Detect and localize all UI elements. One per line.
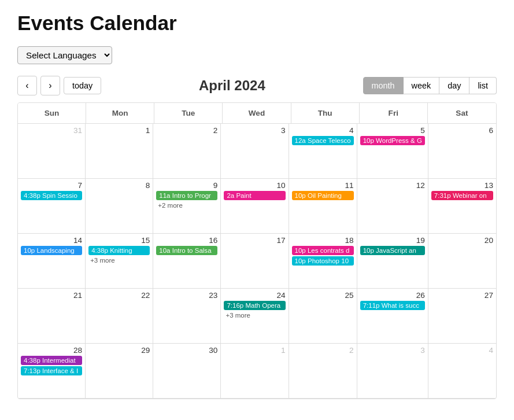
weekday-sun: Sun [18, 103, 86, 124]
table-row: 1110p Oil Painting [289, 179, 357, 234]
list-item[interactable]: 10p Photoshop 10 [292, 256, 354, 266]
list-item[interactable]: 10a Intro to Salsa [156, 246, 217, 255]
list-item[interactable]: 4:38p Knitting [88, 246, 150, 255]
list-item[interactable]: 7:13p Interface & I [21, 366, 82, 375]
day-number: 30 [156, 346, 217, 355]
day-number: 3 [360, 346, 425, 355]
day-number: 28 [21, 346, 82, 355]
view-day-button[interactable]: day [439, 77, 469, 94]
table-row: 247:16p Math Opera+3 more [221, 289, 289, 344]
month-title: April 2024 [199, 78, 265, 94]
day-number: 27 [431, 291, 493, 300]
table-row: 102a Paint [221, 179, 289, 234]
table-row: 17 [221, 234, 289, 289]
list-item[interactable]: 10p Oil Painting [292, 191, 354, 200]
table-row: 412a Space Telesco [289, 124, 357, 179]
table-row: 1610a Intro to Salsa [153, 234, 221, 289]
language-controls: Select Languages [17, 46, 497, 64]
list-item[interactable]: 10p JavaScript an [360, 246, 425, 255]
table-row: 510p WordPress & G [357, 124, 428, 179]
day-number: 26 [360, 291, 425, 300]
day-number: 5 [360, 126, 425, 135]
day-number: 23 [156, 291, 217, 300]
more-events-link[interactable]: +3 more [88, 256, 150, 264]
table-row: 1 [221, 344, 289, 399]
list-item[interactable]: 4:38p Spin Sessio [21, 191, 82, 200]
day-number: 8 [88, 181, 150, 190]
table-row: 137:31p Webinar on [428, 179, 496, 234]
day-number: 22 [88, 291, 150, 300]
calendar: Sun Mon Tue Wed Thu Fri Sat 31123412a Sp… [17, 102, 497, 399]
list-item[interactable]: 11a Intro to Progr [156, 191, 217, 200]
view-month-button[interactable]: month [363, 77, 404, 94]
table-row: 27 [428, 289, 496, 344]
table-row: 911a Intro to Progr+2 more [153, 179, 221, 234]
view-list-button[interactable]: list [469, 77, 497, 94]
more-events-link[interactable]: +2 more [156, 201, 217, 209]
view-week-button[interactable]: week [404, 77, 440, 94]
list-item[interactable]: 7:16p Math Opera [224, 301, 285, 310]
today-button[interactable]: today [64, 77, 101, 94]
day-number: 16 [156, 236, 217, 245]
list-item[interactable]: 12a Space Telesco [292, 136, 354, 145]
table-row: 267:11p What is succ [357, 289, 428, 344]
list-item[interactable]: 10p Landscaping [21, 246, 82, 255]
day-number: 4 [292, 126, 354, 135]
day-number: 7 [21, 181, 82, 190]
day-number: 9 [156, 181, 217, 190]
day-number: 2 [292, 346, 354, 355]
weekday-wed: Wed [223, 103, 291, 124]
day-number: 10 [224, 181, 285, 190]
day-number: 6 [431, 126, 493, 135]
weekday-fri: Fri [360, 103, 428, 124]
table-row: 2 [153, 124, 221, 179]
day-number: 12 [360, 181, 425, 190]
day-number: 17 [224, 236, 285, 245]
calendar-header: Sun Mon Tue Wed Thu Fri Sat [18, 103, 496, 124]
list-item[interactable]: 10p Les contrats d [292, 246, 354, 255]
day-number: 18 [292, 236, 354, 245]
list-item[interactable]: 10p WordPress & G [360, 136, 425, 145]
table-row: 29 [86, 344, 153, 399]
table-row: 8 [86, 179, 153, 234]
day-number: 14 [21, 236, 82, 245]
view-buttons: month week day list [363, 77, 497, 94]
table-row: 25 [289, 289, 357, 344]
table-row: 23 [153, 289, 221, 344]
list-item[interactable]: 7:31p Webinar on [431, 191, 493, 200]
day-number: 29 [88, 346, 150, 355]
day-number: 25 [292, 291, 354, 300]
table-row: 3 [357, 344, 428, 399]
table-row: 3 [221, 124, 289, 179]
day-number: 2 [156, 126, 217, 135]
day-number: 13 [431, 181, 493, 190]
weekday-thu: Thu [291, 103, 360, 124]
table-row: 1810p Les contrats d10p Photoshop 10 [289, 234, 357, 289]
day-number: 19 [360, 236, 425, 245]
table-row: 31 [18, 124, 86, 179]
table-row: 2 [289, 344, 357, 399]
day-number: 11 [292, 181, 354, 190]
table-row: 12 [357, 179, 428, 234]
table-row: 20 [428, 234, 496, 289]
more-events-link[interactable]: +3 more [224, 311, 285, 319]
list-item[interactable]: 4:38p Intermediat [21, 356, 82, 365]
weekday-tue: Tue [154, 103, 223, 124]
language-select[interactable]: Select Languages [17, 46, 112, 64]
table-row: 74:38p Spin Sessio [18, 179, 86, 234]
table-row: 154:38p Knitting+3 more [86, 234, 153, 289]
prev-button[interactable]: ‹ [17, 76, 37, 95]
list-item[interactable]: 2a Paint [224, 191, 285, 200]
next-button[interactable]: › [40, 76, 60, 95]
table-row: 6 [428, 124, 496, 179]
table-row: 1 [86, 124, 153, 179]
day-number: 31 [21, 126, 82, 135]
day-number: 1 [88, 126, 150, 135]
weekday-mon: Mon [86, 103, 154, 124]
table-row: 284:38p Intermediat7:13p Interface & I [18, 344, 86, 399]
table-row: 1410p Landscaping [18, 234, 86, 289]
day-number: 24 [224, 291, 285, 300]
day-number: 3 [224, 126, 285, 135]
table-row: 22 [86, 289, 153, 344]
list-item[interactable]: 7:11p What is succ [360, 301, 425, 310]
